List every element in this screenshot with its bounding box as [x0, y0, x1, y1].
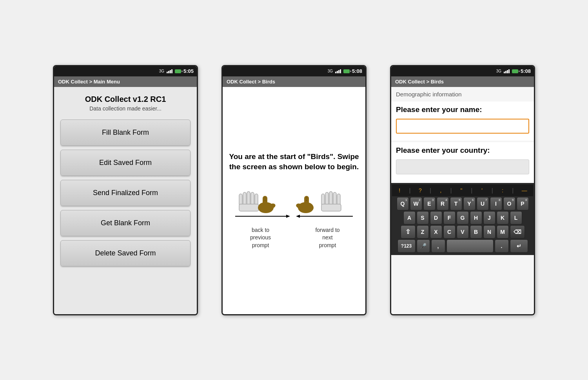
time-display-1: 5:05 — [183, 68, 194, 74]
special-chars-row: ! | ? | , | " | ' | : | — — [392, 185, 533, 196]
signal-icon-2 — [335, 69, 341, 73]
key-D[interactable]: D — [430, 211, 442, 224]
network-indicator-3: 3G — [496, 69, 501, 73]
key-W[interactable]: 2W — [410, 197, 422, 210]
swipe-instruction-text: You are at the start of "Birds". Swipe t… — [229, 152, 359, 172]
key-Y[interactable]: 6Y — [463, 197, 475, 210]
signal-bar — [505, 71, 506, 73]
section-label: Demographic information — [391, 87, 534, 101]
key-N[interactable]: N — [483, 225, 495, 239]
screens-container: 3G 5:05 ODK Collect > Main Menu ODK Coll… — [37, 49, 551, 331]
phone-screen-1: 3G 5:05 ODK Collect > Main Menu ODK Coll… — [53, 65, 198, 315]
svg-rect-2 — [247, 192, 250, 206]
signal-bar — [337, 71, 338, 73]
title-bar-1: ODK Collect > Main Menu — [54, 76, 197, 87]
keyboard-row-3: ⇧ Z X C V B N M ⌫ — [393, 225, 532, 239]
key-question[interactable]: ? — [416, 186, 424, 195]
key-K[interactable]: K — [497, 211, 509, 224]
network-indicator-1: 3G — [159, 69, 164, 73]
svg-marker-12 — [286, 215, 290, 218]
delete-saved-form-button[interactable]: Delete Saved Form — [60, 240, 191, 266]
svg-marker-25 — [296, 215, 300, 218]
keyboard-row-4: ?123 🎤 , . ↵ — [393, 239, 532, 253]
key-colon[interactable]: : — [499, 186, 506, 195]
key-O[interactable]: 9O — [503, 197, 515, 210]
signal-bar — [507, 70, 508, 73]
key-quote[interactable]: " — [457, 186, 465, 195]
swipe-illustration — [231, 188, 357, 223]
app-title: ODK Collect v1.2 RC1 — [60, 95, 191, 104]
key-C[interactable]: C — [443, 225, 456, 239]
key-123[interactable]: ?123 — [397, 239, 416, 253]
keyboard-row-2: A S D F G H J K L — [393, 211, 532, 224]
swipe-right-label: forward tonextprompt — [296, 223, 359, 250]
form-content: Demographic information Please enter you… — [391, 87, 534, 314]
key-V[interactable]: V — [457, 225, 469, 239]
key-T[interactable]: 5T — [450, 197, 462, 210]
svg-rect-20 — [329, 192, 332, 206]
signal-bar — [167, 72, 168, 73]
status-bar-1: 3G 5:05 — [54, 66, 197, 76]
key-U[interactable]: 7U — [477, 197, 489, 210]
key-comma-special[interactable]: , — [437, 186, 445, 195]
key-A[interactable]: A — [403, 211, 416, 224]
send-finalized-form-button[interactable]: Send Finalized Form — [60, 180, 191, 206]
keyboard-row-1: 1Q 2W 3E 4R 5T 6Y 7U 8I 9O 0P — [393, 197, 532, 210]
get-blank-form-button[interactable]: Get Blank Form — [60, 210, 191, 236]
key-exclaim[interactable]: ! — [396, 186, 403, 195]
status-bar-2: 3G 5:08 — [223, 66, 365, 76]
swipe-left-label: back topreviousprompt — [229, 223, 292, 250]
signal-bar — [508, 69, 510, 73]
key-enter[interactable]: ↵ — [510, 239, 528, 253]
key-L[interactable]: L — [510, 211, 522, 224]
on-screen-keyboard: ! | ? | , | " | ' | : | — 1Q 2W — [391, 183, 534, 255]
country-input[interactable] — [396, 159, 529, 174]
signal-bar — [340, 69, 341, 73]
key-mic[interactable]: 🎤 — [417, 239, 430, 253]
key-H[interactable]: H — [470, 211, 482, 224]
key-Q[interactable]: 1Q — [397, 197, 409, 210]
question-2: Please enter your country: — [391, 142, 534, 157]
key-J[interactable]: J — [483, 211, 495, 224]
key-comma-bottom[interactable]: , — [431, 239, 445, 253]
title-bar-2: ODK Collect > Birds — [223, 76, 365, 87]
key-backspace[interactable]: ⌫ — [510, 225, 525, 239]
signal-bar — [171, 69, 172, 73]
name-input[interactable] — [396, 119, 529, 134]
svg-rect-1 — [243, 192, 246, 206]
key-F[interactable]: F — [443, 211, 456, 224]
key-shift[interactable]: ⇧ — [401, 225, 416, 239]
main-menu-content: ODK Collect v1.2 RC1 Data collection mad… — [54, 87, 197, 314]
svg-rect-23 — [321, 204, 341, 211]
key-G[interactable]: G — [457, 211, 469, 224]
key-dash[interactable]: — — [519, 186, 530, 195]
key-X[interactable]: X — [430, 225, 442, 239]
battery-icon-1 — [175, 69, 181, 73]
key-I[interactable]: 8I — [490, 197, 502, 210]
key-B[interactable]: B — [470, 225, 482, 239]
svg-rect-19 — [325, 192, 328, 206]
key-E[interactable]: 3E — [423, 197, 436, 210]
phone-screen-2: 3G 5:08 ODK Collect > Birds You are at t… — [221, 65, 367, 315]
phone-screen-3: 3G 5:08 ODK Collect > Birds Demographic … — [390, 65, 535, 315]
edit-saved-form-button[interactable]: Edit Saved Form — [60, 150, 191, 176]
question-1: Please enter your name: — [391, 101, 534, 116]
back-label: back topreviousprompt — [250, 226, 271, 250]
title-bar-3: ODK Collect > Birds — [391, 76, 534, 87]
forward-label: forward tonextprompt — [315, 226, 339, 250]
key-apostrophe[interactable]: ' — [478, 186, 486, 195]
key-space[interactable] — [446, 239, 494, 253]
key-R[interactable]: 4R — [437, 197, 449, 210]
time-display-2: 5:08 — [352, 68, 362, 74]
signal-bar — [504, 72, 505, 73]
key-Z[interactable]: Z — [417, 225, 429, 239]
fill-blank-form-button[interactable]: Fill Blank Form — [60, 119, 191, 146]
key-period[interactable]: . — [495, 239, 509, 253]
key-P[interactable]: 0P — [517, 197, 529, 210]
swipe-labels: back topreviousprompt forward tonextprom… — [229, 223, 359, 250]
signal-bar — [338, 70, 339, 73]
key-S[interactable]: S — [417, 211, 429, 224]
key-M[interactable]: M — [497, 225, 509, 239]
battery-icon-2 — [343, 69, 350, 73]
time-display-3: 5:08 — [521, 68, 531, 74]
